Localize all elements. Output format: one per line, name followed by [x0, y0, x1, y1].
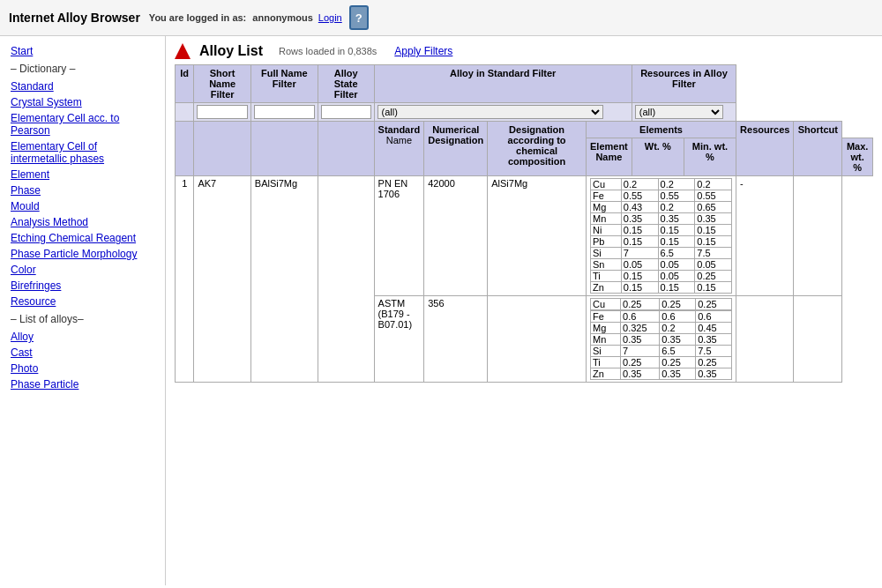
- sidebar-item-elementary-cell-pearson[interactable]: Elementary Cell acc. to Pearson: [0, 110, 165, 138]
- sidebar-item-start[interactable]: Start: [0, 43, 165, 59]
- td-shortcut-std2: [794, 296, 842, 383]
- th-full-name: Full Name Filter: [250, 65, 318, 103]
- td-resources-std2: [736, 296, 794, 383]
- sidebar-item-element[interactable]: Element: [0, 167, 165, 182]
- th-id-sub: [176, 122, 194, 176]
- username: annonymous: [252, 12, 312, 23]
- th-short-sub: [194, 122, 250, 176]
- sidebar-item-phase[interactable]: Phase: [0, 182, 165, 198]
- td-designation-2: [488, 296, 587, 383]
- td-short-name-filter[interactable]: [194, 103, 250, 122]
- help-icon[interactable]: ?: [349, 5, 369, 30]
- th-element-name: Element Name: [586, 138, 632, 176]
- list-item: Fe0.550.550.55: [590, 190, 731, 202]
- table-row: 1 AK7 BAlSi7Mg PN EN 1706 42000 AlSi7Mg …: [176, 176, 873, 296]
- sidebar-item-photo[interactable]: Photo: [0, 361, 165, 376]
- list-item: Fe0.60.60.6: [590, 311, 731, 323]
- sidebar-item-cast[interactable]: Cast: [0, 345, 165, 361]
- alloy-table-body: 1 AK7 BAlSi7Mg PN EN 1706 42000 AlSi7Mg …: [176, 176, 873, 383]
- alloy-list-header: Alloy List Rows loaded in 0,838s Apply F…: [175, 43, 873, 59]
- list-item: Cu0.250.250.25: [590, 299, 731, 310]
- th-max-wt: Max. wt. %: [842, 138, 873, 176]
- login-link[interactable]: Login: [318, 12, 342, 23]
- td-standard-name: PN EN 1706: [374, 176, 424, 296]
- th-alloy-state: Alloy State Filter: [318, 65, 374, 103]
- list-item: Ti0.150.050.25: [590, 271, 731, 282]
- list-item: Ti0.250.250.25: [590, 357, 731, 368]
- th-id: Id: [176, 65, 194, 103]
- th-resources-in-alloy: Resources in Alloy Filter: [632, 65, 736, 103]
- alloy-list-title: Alloy List: [199, 43, 263, 59]
- list-item: Mn0.350.350.35: [590, 334, 731, 346]
- list-item: Si76.57.5: [590, 346, 731, 357]
- list-item: Cu0.20.20.2: [590, 179, 731, 190]
- td-designation: AlSi7Mg: [488, 176, 587, 296]
- th-short-name: Short Name Filter: [194, 65, 250, 103]
- th-elements-sub: Elements: [586, 122, 736, 138]
- td-shortcut-std1: [794, 176, 842, 296]
- td-alloy-state-filter[interactable]: [318, 103, 374, 122]
- th-wt-pct: Wt. %: [632, 138, 684, 176]
- td-alloy-in-standard-filter[interactable]: (all): [374, 103, 632, 122]
- th-full-sub: [250, 122, 318, 176]
- app-title: Internet Alloy Browser: [9, 11, 140, 25]
- list-item: Pb0.150.150.15: [590, 236, 731, 248]
- login-info-text: You are logged in as:: [149, 12, 246, 23]
- filter-row: (all) (all): [176, 103, 873, 122]
- short-name-filter-input[interactable]: [197, 105, 247, 119]
- list-item: Mg0.430.20.65: [590, 202, 731, 213]
- sidebar-item-analysis-method[interactable]: Analysis Method: [0, 214, 165, 230]
- alloy-state-filter-input[interactable]: [321, 105, 371, 119]
- td-row-id: 1: [176, 176, 194, 383]
- sidebar-item-alloy[interactable]: Alloy: [0, 329, 165, 345]
- resources-filter-select[interactable]: (all): [635, 105, 723, 119]
- sidebar-item-elementary-cell-intermetallic[interactable]: Elementary Cell of intermetallic phases: [0, 138, 165, 167]
- th-shortcut-sub: Shortcut: [794, 122, 842, 176]
- sidebar-item-birefringes[interactable]: Birefringes: [0, 278, 165, 294]
- list-item: Si76.57.5: [590, 248, 731, 259]
- apply-filters-button[interactable]: Apply Filters: [394, 45, 452, 57]
- td-id-filter: [176, 103, 194, 122]
- sidebar-item-mould[interactable]: Mould: [0, 198, 165, 214]
- td-numerical-designation: 42000: [424, 176, 488, 296]
- sidebar-item-standard[interactable]: Standard: [0, 78, 165, 94]
- login-info: You are logged in as: annonymous: [149, 12, 313, 23]
- td-resources-filter[interactable]: (all): [632, 103, 736, 122]
- list-item: Mn0.350.350.35: [590, 213, 731, 225]
- th-alloy-in-standard: Alloy in Standard Filter: [374, 65, 632, 103]
- td-elements-std2: Cu0.250.250.25 Fe0.60.60.6 Mg0.3250.20.4…: [586, 296, 736, 383]
- th-numerical-sub: Numerical Designation: [424, 122, 488, 176]
- th-standard-sub: Standard Standard Name: [374, 122, 424, 176]
- rows-loaded-info: Rows loaded in 0,838s: [279, 46, 377, 56]
- col-headers-row: Id Short Name Filter Full Name Filter Al…: [176, 65, 873, 103]
- td-full-name: BAlSi7Mg: [250, 176, 318, 383]
- sidebar: Start – Dictionary – Standard Crystal Sy…: [0, 36, 166, 585]
- sidebar-item-etching-chemical-reagent[interactable]: Etching Chemical Reagent: [0, 230, 165, 246]
- sidebar-item-crystal-system[interactable]: Crystal System: [0, 94, 165, 110]
- sidebar-item-phase-particle[interactable]: Phase Particle: [0, 376, 165, 392]
- sidebar-separator-dictionary: – Dictionary –: [0, 59, 165, 78]
- sidebar-item-resource[interactable]: Resource: [0, 294, 165, 309]
- sub-headers-row: Standard Standard Name Numerical Designa…: [176, 122, 873, 138]
- full-name-filter-input[interactable]: [254, 105, 315, 119]
- main-layout: Start – Dictionary – Standard Crystal Sy…: [0, 36, 882, 585]
- th-state-sub: [318, 122, 374, 176]
- sidebar-item-color[interactable]: Color: [0, 262, 165, 278]
- td-numerical-designation-2: 356: [424, 296, 488, 383]
- sidebar-separator-list-of-alloys: – List of alloys–: [0, 309, 165, 329]
- list-item: Zn0.350.350.35: [590, 368, 731, 380]
- td-full-name-filter[interactable]: [250, 103, 318, 122]
- td-alloy-state: [318, 176, 374, 383]
- content-area: Alloy List Rows loaded in 0,838s Apply F…: [166, 36, 882, 585]
- alloy-list-icon: [175, 43, 191, 59]
- td-elements-std1: Cu0.20.20.2 Fe0.550.550.55 Mg0.430.20.65…: [586, 176, 736, 296]
- alloy-in-standard-select[interactable]: (all): [377, 105, 604, 119]
- sidebar-item-phase-particle-morphology[interactable]: Phase Particle Morphology: [0, 246, 165, 262]
- app-header: Internet Alloy Browser You are logged in…: [0, 0, 882, 36]
- td-standard-name-2: ASTM (B179 - B07.01): [374, 296, 424, 383]
- list-item: Sn0.050.050.05: [590, 259, 731, 271]
- td-resources-std1: -: [736, 176, 794, 296]
- list-item: Zn0.150.150.15: [590, 282, 731, 294]
- th-resources-sub: Resources: [736, 122, 794, 176]
- list-item: Mg0.3250.20.45: [590, 323, 731, 334]
